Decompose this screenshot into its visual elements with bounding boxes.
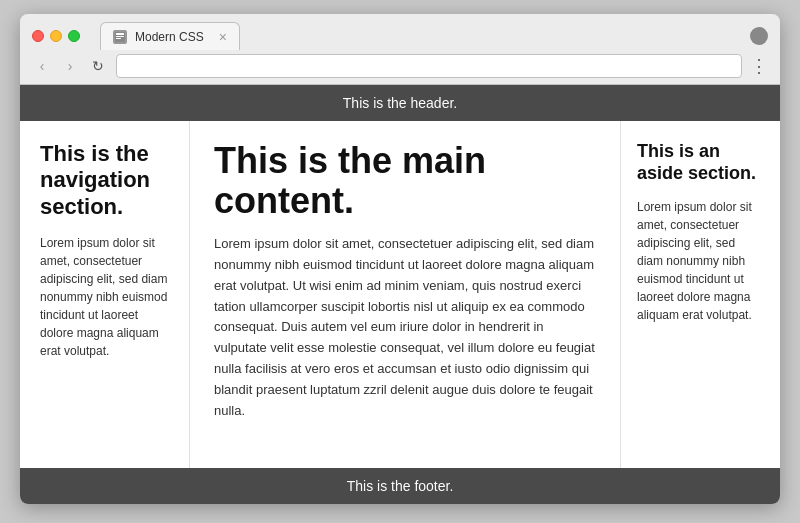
nav-heading: This is the navigation section. — [40, 141, 169, 220]
forward-icon: › — [68, 58, 73, 74]
address-bar[interactable] — [116, 54, 742, 78]
back-icon: ‹ — [40, 58, 45, 74]
site-footer: This is the footer. — [20, 468, 780, 504]
page-wrapper: This is the header. This is the navigati… — [20, 85, 780, 504]
aside-heading: This is an aside section. — [637, 141, 764, 184]
svg-rect-1 — [116, 33, 124, 35]
tab-favicon-icon — [113, 30, 127, 44]
site-nav: This is the navigation section. Lorem ip… — [20, 121, 190, 468]
tab-close-icon[interactable]: × — [219, 30, 227, 44]
aside-body-text: Lorem ipsum dolor sit amet, consectetuer… — [637, 198, 764, 324]
main-body-text: Lorem ipsum dolor sit amet, consectetuer… — [214, 234, 596, 421]
browser-tab[interactable]: Modern CSS × — [100, 22, 240, 50]
browser-chrome: Modern CSS × ‹ › ↻ ⋮ — [20, 14, 780, 85]
back-button[interactable]: ‹ — [32, 56, 52, 76]
tab-title: Modern CSS — [135, 30, 211, 44]
browser-window: Modern CSS × ‹ › ↻ ⋮ This is the — [20, 14, 780, 504]
site-aside: This is an aside section. Lorem ipsum do… — [620, 121, 780, 468]
nav-body-text: Lorem ipsum dolor sit amet, consectetuer… — [40, 234, 169, 360]
traffic-lights — [32, 30, 80, 42]
forward-button[interactable]: › — [60, 56, 80, 76]
svg-rect-3 — [116, 38, 121, 39]
title-bar: Modern CSS × — [20, 14, 780, 50]
user-account-icon[interactable] — [750, 27, 768, 45]
browser-menu-button[interactable]: ⋮ — [750, 55, 768, 77]
footer-text: This is the footer. — [347, 478, 454, 494]
site-body: This is the navigation section. Lorem ip… — [20, 121, 780, 468]
minimize-button[interactable] — [50, 30, 62, 42]
reload-button[interactable]: ↻ — [88, 56, 108, 76]
site-header: This is the header. — [20, 85, 780, 121]
reload-icon: ↻ — [92, 58, 104, 74]
maximize-button[interactable] — [68, 30, 80, 42]
tab-bar: Modern CSS × — [100, 22, 750, 50]
svg-rect-2 — [116, 36, 124, 37]
main-heading: This is the main content. — [214, 141, 596, 220]
close-button[interactable] — [32, 30, 44, 42]
header-text: This is the header. — [343, 95, 457, 111]
nav-bar: ‹ › ↻ ⋮ — [20, 50, 780, 84]
site-main: This is the main content. Lorem ipsum do… — [190, 121, 620, 468]
